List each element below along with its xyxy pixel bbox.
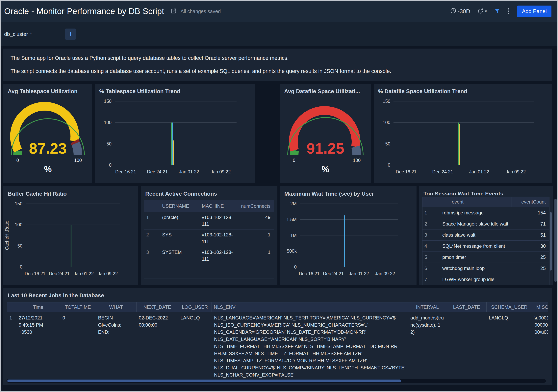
nlsenv-column-header[interactable]: NLS_ENV bbox=[212, 302, 408, 312]
panel-scrollbar[interactable] bbox=[550, 212, 552, 270]
table-row[interactable]: 1 rdbms ipc message 154 bbox=[422, 207, 549, 218]
numconnects-column-header[interactable]: numConnects bbox=[239, 200, 274, 212]
lastdate-cell bbox=[447, 312, 486, 381]
svg-text:Dec 16 21: Dec 16 21 bbox=[115, 169, 136, 175]
what-column-header[interactable]: WHAT bbox=[96, 302, 136, 312]
panel-row-1: Avg Tablespace Utilization 010087.23 % %… bbox=[3, 84, 558, 183]
svg-text:Jan 09 22: Jan 09 22 bbox=[375, 271, 395, 276]
panel-title: % Datafile Space Utilization Trend bbox=[374, 84, 552, 96]
empty-table-row bbox=[144, 264, 274, 278]
top-session-table: event eventCount 1 rdbms ipc message 154… bbox=[422, 197, 549, 285]
filter-button[interactable] bbox=[494, 8, 500, 15]
scrollbar-thumb[interactable] bbox=[7, 380, 401, 382]
time-range-button[interactable]: -30D bbox=[450, 8, 470, 15]
svg-text:Jan 01 22: Jan 01 22 bbox=[349, 271, 369, 276]
svg-text:100: 100 bbox=[104, 120, 112, 125]
refresh-button[interactable]: ▾ bbox=[477, 8, 487, 15]
svg-text:0: 0 bbox=[109, 163, 112, 168]
refresh-icon bbox=[477, 8, 484, 15]
panel-buffer-cache: Buffer Cache Hit Ratio 050100150Dec 16 2… bbox=[3, 186, 138, 285]
miscenv-column-header[interactable]: MISC_ENV bbox=[532, 302, 548, 312]
kebab-menu-icon bbox=[508, 8, 510, 15]
index-column-header bbox=[7, 302, 16, 312]
event-column-header[interactable]: event bbox=[440, 197, 512, 207]
panel-title: Top Session Wait Time Events bbox=[419, 186, 553, 195]
loguser-column-header[interactable]: LOG_USER bbox=[178, 302, 211, 312]
datafile-trend-chart: 050100150Dec 16 21Dec 24 21Jan 01 22Jan … bbox=[374, 96, 552, 183]
table-row[interactable]: 1 (oracle) v103-102-128-111 49 bbox=[144, 212, 274, 229]
gauge-unit: % bbox=[3, 164, 92, 174]
svg-text:Dec 24 21: Dec 24 21 bbox=[147, 169, 168, 175]
svg-text:Dec 16 21: Dec 16 21 bbox=[396, 169, 417, 175]
header: Oracle - Monitor Performance by DB Scrip… bbox=[0, 0, 558, 22]
recent-connections-table: USERNAME MACHINE numConnects 1 (oracle) … bbox=[144, 200, 274, 278]
panel-title: Avg Tablespace Utilization bbox=[3, 84, 92, 97]
dashboard-window: Oracle - Monitor Performance by DB Scrip… bbox=[0, 0, 558, 392]
miscenv-cell: \u0001\u2\u000000\u000000\u0000000 bbox=[532, 312, 548, 381]
recent-jobs-table: Time TOTALTIME WHAT NEXT_DATE LOG_USER N… bbox=[7, 302, 548, 381]
svg-text:Jan 01 22: Jan 01 22 bbox=[179, 169, 199, 175]
table-row[interactable]: 5 pmon timer 25 bbox=[422, 252, 549, 263]
time-cell: 27/12/2021 9:49:15 PM +0530 bbox=[16, 312, 60, 381]
table-header-row: USERNAME MACHINE numConnects bbox=[144, 200, 274, 212]
svg-text:Jan 09 22: Jan 09 22 bbox=[98, 271, 118, 276]
svg-text:150: 150 bbox=[104, 99, 112, 104]
username-column-header[interactable]: USERNAME bbox=[160, 200, 200, 212]
share-button[interactable] bbox=[170, 8, 177, 15]
panel-top-session-waits: Top Session Wait Time Events event event… bbox=[419, 186, 553, 285]
panel-title: Buffer Cache Hit Ratio bbox=[3, 186, 138, 198]
schemauser-cell: LANGLQ bbox=[486, 312, 532, 381]
svg-text:50: 50 bbox=[385, 141, 390, 146]
interval-column-header[interactable]: INTERVAL bbox=[408, 302, 447, 312]
page-scrollbar[interactable] bbox=[554, 199, 557, 282]
panel-tablespace-trend: % Tablespace Utilization Trend 050100150… bbox=[95, 84, 255, 183]
svg-text:Dec 16 21: Dec 16 21 bbox=[25, 271, 45, 276]
svg-text:0: 0 bbox=[294, 264, 297, 269]
clock-icon bbox=[450, 8, 456, 15]
svg-text:100: 100 bbox=[15, 222, 22, 227]
svg-text:0: 0 bbox=[17, 158, 19, 163]
page-title: Oracle - Monitor Performance by DB Scrip… bbox=[4, 7, 164, 16]
panel-title: Maximum Wait Time (sec) by User bbox=[280, 186, 417, 198]
svg-text:Dec 24 21: Dec 24 21 bbox=[323, 271, 344, 276]
panel-title: Recent Active Connections bbox=[141, 186, 277, 199]
more-menu-button[interactable] bbox=[508, 8, 510, 15]
svg-text:CacheHitRatio: CacheHitRatio bbox=[4, 221, 9, 250]
table-row[interactable]: 3 class slave wait 51 bbox=[422, 229, 549, 241]
svg-text:150: 150 bbox=[15, 201, 22, 206]
lastdate-column-header[interactable]: LAST_DATE bbox=[447, 302, 486, 312]
nextdate-column-header[interactable]: NEXT_DATE bbox=[136, 302, 178, 312]
table-row[interactable]: 2 Space Manager: slave idle wait 71 bbox=[422, 218, 549, 229]
horizontal-scrollbar[interactable] bbox=[7, 379, 546, 383]
panel-title: Last 10 Recent Jobs in the Database bbox=[3, 288, 552, 301]
totaltime-cell: 0 bbox=[60, 312, 96, 381]
add-panel-button[interactable]: Add Panel bbox=[517, 6, 551, 17]
svg-text:50: 50 bbox=[17, 243, 22, 249]
svg-text:100: 100 bbox=[74, 158, 82, 163]
svg-text:Dec 16 21: Dec 16 21 bbox=[299, 271, 320, 276]
buffer-cache-chart: 050100150Dec 16 21Dec 24 21Jan 01 22Jan … bbox=[3, 198, 138, 285]
table-row[interactable]: 1 27/12/2021 9:49:15 PM +0530 0 BEGIN Gi… bbox=[7, 312, 548, 381]
svg-text:1.5M: 1.5M bbox=[287, 217, 297, 222]
max-wait-chart: 0500k1M1.5M2MDec 16 21Dec 24 21Jan 01 22… bbox=[280, 198, 417, 285]
eventcount-column-header[interactable]: eventCount bbox=[512, 197, 549, 207]
table-row[interactable]: 3 SYSTEM v103-102-128-111 1 bbox=[144, 247, 274, 264]
svg-text:0: 0 bbox=[293, 158, 296, 163]
schemauser-column-header[interactable]: SCHEMA_USER bbox=[486, 302, 532, 312]
dashboard-description: The Sumo app for Oracle uses a Python sc… bbox=[3, 49, 552, 81]
loguser-cell: LANGLQ bbox=[178, 312, 211, 381]
table-row[interactable]: 2 SYS v103-102-128-111 1 bbox=[144, 229, 274, 247]
table-row[interactable]: 6 watchdog main loop 25 bbox=[422, 263, 549, 274]
panel-avg-tablespace: Avg Tablespace Utilization 010087.23 % bbox=[3, 84, 92, 183]
totaltime-column-header[interactable]: TOTALTIME bbox=[60, 302, 96, 312]
description-paragraph-2: The script connects the database using a… bbox=[10, 67, 545, 75]
add-filter-button[interactable]: + bbox=[65, 29, 76, 40]
time-column-header[interactable]: Time bbox=[16, 302, 60, 312]
chevron-down-icon: ▾ bbox=[485, 9, 487, 14]
index-column-header bbox=[422, 197, 440, 207]
table-row[interactable]: 7 LGWR worker group idle bbox=[422, 274, 549, 285]
machine-column-header[interactable]: MACHINE bbox=[200, 200, 239, 212]
header-actions: -30D ▾ bbox=[450, 6, 551, 17]
db-cluster-input[interactable] bbox=[35, 30, 57, 38]
table-row[interactable]: 4 SQL*Net message from client 30 bbox=[422, 241, 549, 252]
